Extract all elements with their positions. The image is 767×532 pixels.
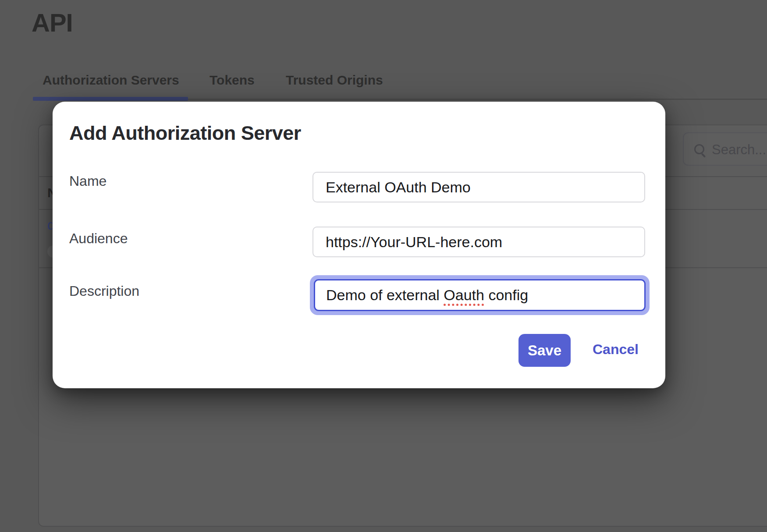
tab-authorization-servers[interactable]: Authorization Servers <box>43 73 179 88</box>
active-tab-underline <box>33 97 188 101</box>
description-misspelled-word: Oauth <box>444 287 484 303</box>
description-text-after: config <box>484 287 528 303</box>
screen: API Authorization Servers Tokens Trusted… <box>0 0 767 532</box>
audience-label: Audience <box>69 231 128 247</box>
tab-tokens[interactable]: Tokens <box>210 73 255 88</box>
add-authorization-server-modal: Add Authorization Server Name Audience D… <box>53 102 665 388</box>
page-title: API <box>32 8 73 37</box>
description-field[interactable]: Demo of external Oauth config <box>314 279 646 311</box>
tab-trusted-origins[interactable]: Trusted Origins <box>286 73 383 88</box>
audience-field[interactable] <box>312 227 645 257</box>
modal-title: Add Authorization Server <box>69 122 301 145</box>
description-field-focus-ring: Demo of external Oauth config <box>310 275 650 315</box>
cancel-button[interactable]: Cancel <box>593 341 639 358</box>
name-label: Name <box>69 173 107 189</box>
name-field[interactable] <box>312 172 645 202</box>
search-input[interactable]: Search... <box>712 142 766 158</box>
save-button[interactable]: Save <box>518 334 571 367</box>
search-icon <box>694 144 704 154</box>
description-text: Demo of external <box>326 287 444 303</box>
description-label: Description <box>69 283 139 299</box>
search-box[interactable]: Search... <box>683 132 767 166</box>
